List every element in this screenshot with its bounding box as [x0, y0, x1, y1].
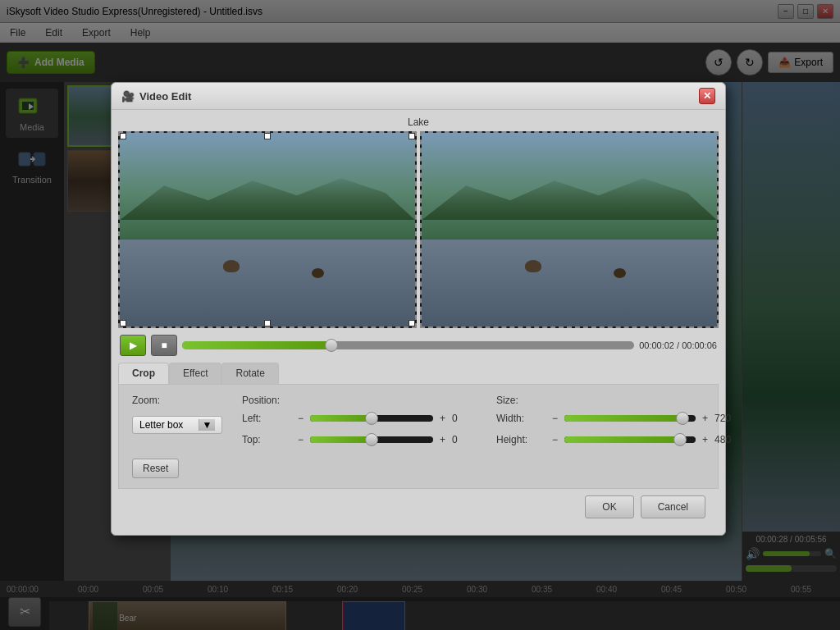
top-minus[interactable]: −: [298, 434, 304, 445]
width-slider-thumb[interactable]: [676, 412, 689, 425]
dialog-time-display: 00:00:02 / 00:00:06: [639, 340, 717, 350]
width-setting-row: Width: − + 720: [496, 413, 739, 424]
dialog-stop-button[interactable]: ■: [151, 335, 177, 356]
width-slider-container: [564, 415, 696, 422]
crop-handle-bm[interactable]: [264, 320, 271, 326]
height-slider-container: [564, 436, 696, 443]
zoom-dropdown[interactable]: Letter box ▼: [132, 416, 222, 434]
width-minus[interactable]: −: [552, 413, 558, 424]
left-setting-row: Left: − + 0: [242, 413, 477, 424]
dialog-close-button[interactable]: ✕: [699, 88, 715, 104]
crop-handle-br[interactable]: [409, 320, 415, 326]
width-value: 720: [714, 413, 739, 424]
zoom-spacer: [132, 406, 222, 416]
dialog-icon: 🎥: [121, 90, 135, 103]
left-label: Left:: [242, 413, 291, 424]
rock-right-element: [525, 260, 541, 272]
height-slider-fill: [564, 436, 680, 443]
dialog-preview-right-video: [422, 133, 717, 326]
width-slider-fill: [564, 415, 682, 422]
width-plus[interactable]: +: [702, 413, 708, 424]
position-group: Position: Left: − +: [242, 395, 477, 455]
left-value: 0: [452, 413, 477, 424]
height-label: Height:: [496, 434, 546, 445]
dialog-body: Lake: [112, 110, 725, 535]
top-setting-row: Top: − + 0: [242, 434, 477, 445]
size-title: Size:: [496, 395, 739, 406]
dialog-title-text: Video Edit: [139, 90, 191, 103]
dialog-footer: OK Cancel: [118, 489, 719, 528]
size-group: Size: Width: − +: [496, 395, 739, 455]
dialog-video-label: Lake: [118, 116, 719, 128]
top-label: Top:: [242, 434, 291, 445]
dialog-preview-left: [118, 131, 417, 328]
dialog-tab-content: Zoom: Letter box ▼ Position: Left:: [118, 385, 719, 489]
modal-overlay: 🎥 Video Edit ✕ Lake: [0, 0, 840, 630]
dialog-title-bar: 🎥 Video Edit ✕: [112, 83, 725, 110]
height-slider[interactable]: [564, 436, 696, 443]
height-plus[interactable]: +: [702, 434, 708, 445]
left-slider-container: [310, 415, 433, 422]
rock-element-2: [312, 268, 324, 278]
top-slider-fill: [310, 436, 372, 443]
reset-button[interactable]: Reset: [132, 459, 179, 478]
height-slider-thumb[interactable]: [673, 433, 687, 446]
reset-btn-row: Reset: [132, 459, 705, 478]
crop-handle-bl[interactable]: [120, 320, 126, 326]
rock-right-element-2: [614, 268, 626, 278]
video-edit-dialog: 🎥 Video Edit ✕ Lake: [111, 82, 726, 536]
dialog-title: 🎥 Video Edit: [121, 90, 191, 103]
dialog-preview-left-video: [120, 133, 415, 326]
top-value: 0: [452, 434, 477, 445]
width-slider[interactable]: [564, 415, 696, 422]
height-minus[interactable]: −: [552, 434, 558, 445]
dialog-preview-right: [420, 131, 719, 328]
ok-button[interactable]: OK: [585, 495, 633, 518]
dialog-progress-bar[interactable]: [182, 341, 634, 349]
crop-handle-tl[interactable]: [120, 133, 126, 139]
left-slider[interactable]: [310, 415, 433, 422]
left-slider-fill: [310, 415, 372, 422]
stop-icon: ■: [161, 340, 167, 351]
top-slider-thumb[interactable]: [365, 433, 378, 446]
rock-element: [223, 260, 240, 272]
cancel-button[interactable]: Cancel: [641, 495, 705, 518]
zoom-group: Zoom: Letter box ▼: [132, 395, 222, 455]
dialog-progress-fill: [182, 341, 331, 349]
zoom-label: Zoom:: [132, 395, 222, 406]
top-slider-container: [310, 436, 433, 443]
dialog-playback: ▶ ■ 00:00:02 / 00:00:06: [118, 335, 719, 356]
left-minus[interactable]: −: [298, 413, 304, 424]
dialog-progress-thumb[interactable]: [325, 339, 338, 352]
dialog-preview-panels: [118, 131, 719, 328]
left-slider-thumb[interactable]: [365, 412, 378, 425]
top-plus[interactable]: +: [440, 434, 445, 445]
dialog-play-button[interactable]: ▶: [120, 335, 146, 356]
top-slider[interactable]: [310, 436, 433, 443]
crop-handle-tm[interactable]: [264, 133, 271, 139]
tab-crop[interactable]: Crop: [118, 363, 169, 384]
height-setting-row: Height: − + 480: [496, 434, 739, 445]
dialog-tabs: Crop Effect Rotate: [118, 363, 719, 385]
tab-rotate[interactable]: Rotate: [221, 363, 278, 384]
left-plus[interactable]: +: [440, 413, 445, 424]
crop-handle-tr[interactable]: [409, 133, 415, 139]
position-title: Position:: [242, 395, 477, 406]
height-value: 480: [714, 434, 739, 445]
zoom-value: Letter box: [139, 419, 183, 431]
crop-settings-area: Zoom: Letter box ▼ Position: Left:: [132, 395, 705, 455]
width-label: Width:: [496, 413, 546, 424]
tab-effect[interactable]: Effect: [169, 363, 221, 384]
play-icon: ▶: [130, 340, 137, 351]
dropdown-arrow-icon: ▼: [199, 419, 215, 431]
